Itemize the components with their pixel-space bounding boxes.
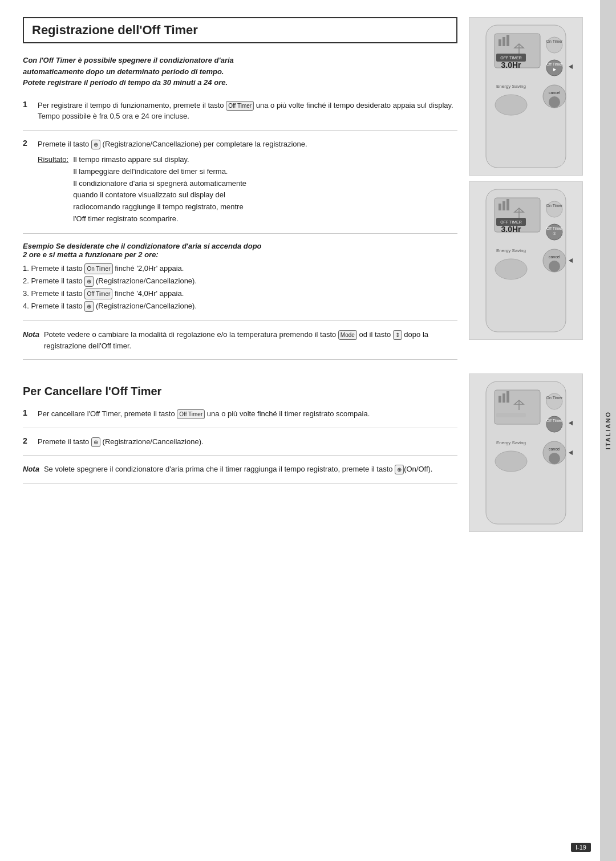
svg-text:①: ①: [553, 232, 556, 235]
svg-text:cancel: cancel: [549, 91, 561, 95]
right-sidebar: ITALIANO: [600, 0, 616, 861]
nota-block-1: Nota Potete vedere o cambiare la modalit…: [23, 329, 457, 360]
reg-cancel-btn-ref-2: ⊕: [84, 276, 94, 287]
example-item-1: 1. Premete il tasto On Timer finché '2,0…: [23, 262, 457, 275]
nota-block-2: Nota Se volete spegnere il condizionator…: [23, 464, 457, 484]
svg-text:OFF TIMER: OFF TIMER: [500, 220, 522, 224]
remote-svg-3: On Timer Off Timer Energy Saving cancel: [475, 379, 577, 527]
off-timer-btn-ref-3: Off Timer: [177, 409, 205, 419]
example-block: Esempio Se desiderate che il condizionat…: [23, 242, 457, 321]
svg-text:cancel: cancel: [549, 447, 561, 451]
cancel-step-2-content: Premete il tasto ⊕ (Registrazione/Cancel…: [38, 436, 457, 448]
step-2: 2 Premete il tasto ⊕ (Registrazione/Canc…: [23, 139, 457, 234]
remote-3: On Timer Off Timer Energy Saving cancel: [469, 373, 583, 532]
svg-point-20: [549, 96, 560, 108]
esempio-label: Esempio: [23, 242, 54, 250]
svg-rect-24: [502, 201, 505, 210]
svg-text:On Timer: On Timer: [546, 39, 563, 43]
nota-label-1: Nota: [23, 329, 39, 351]
nota-text-1: Potete vedere o cambiare la modalità di …: [44, 329, 457, 351]
svg-rect-3: [502, 37, 505, 46]
svg-text:Energy Saving: Energy Saving: [496, 248, 526, 253]
remote-svg-2: OFF TIMER 3.0Hr On Timer Off Timer ① Ene…: [475, 186, 577, 335]
cancel-step-1-content: Per cancellare l'Off Timer, premete il t…: [38, 408, 457, 420]
off-timer-btn-ref-2: Off Timer: [84, 289, 112, 299]
step-1: 1 Per registrare il tempo di funzionamen…: [23, 100, 457, 131]
example-item-3: 3. Premete il tasto Off Timer finché '4,…: [23, 287, 457, 300]
svg-rect-2: [499, 39, 501, 46]
svg-text:On Timer: On Timer: [546, 396, 563, 400]
svg-text:Off Timer: Off Timer: [546, 226, 563, 230]
svg-text:OFF TIMER: OFF TIMER: [500, 56, 522, 60]
svg-marker-41: [569, 258, 573, 263]
text-column-1: Registrazione dell'Off Timer Con l'Off T…: [23, 17, 457, 368]
image-column-2: On Timer Off Timer Energy Saving cancel: [469, 373, 583, 532]
result-label-1: Risultato:: [38, 154, 68, 225]
main-content: Registrazione dell'Off Timer Con l'Off T…: [0, 0, 600, 861]
temp-btn-ref: ⇕: [393, 330, 402, 340]
result-block-1: Risultato: Il tempo rimasto appare sul d…: [38, 154, 457, 225]
section1-title: Registrazione dell'Off Timer: [23, 17, 457, 43]
svg-rect-43: [495, 390, 540, 424]
mode-btn-ref: Mode: [338, 330, 357, 340]
image-column-1: OFF TIMER 3.0Hr On Timer Off Timer ▶ Ene…: [469, 17, 583, 368]
step-1-content: Per registrare il tempo di funzionamento…: [38, 100, 457, 122]
example-item-2: 2. Premete il tasto ⊕ (Registrazione/Can…: [23, 275, 457, 287]
svg-point-40: [549, 261, 560, 272]
svg-text:Off Timer: Off Timer: [546, 62, 563, 66]
remote-1: OFF TIMER 3.0Hr On Timer Off Timer ▶ Ene…: [469, 17, 583, 176]
on-timer-btn-ref: On Timer: [84, 263, 112, 274]
svg-point-59: [549, 453, 560, 464]
svg-text:Energy Saving: Energy Saving: [496, 440, 526, 445]
svg-text:On Timer: On Timer: [546, 204, 563, 208]
nota-label-2: Nota: [23, 464, 39, 475]
step-2-content: Premete il tasto ⊕ (Registrazione/Cancel…: [38, 139, 457, 225]
svg-rect-49: [496, 413, 526, 417]
svg-text:cancel: cancel: [549, 255, 561, 259]
svg-point-56: [495, 451, 527, 472]
cancel-step-1: 1 Per cancellare l'Off Timer, premete il…: [23, 408, 457, 428]
step-1-number: 1: [23, 100, 32, 122]
svg-text:3.0Hr: 3.0Hr: [501, 60, 521, 70]
intro-text: Con l'Off Timer è possibile spegnere il …: [23, 55, 457, 88]
page-number: I-19: [571, 843, 591, 852]
example-item-4: 4. Premete il tasto ⊕ (Registrazione/Can…: [23, 300, 457, 312]
section2-title: Per Cancellare l'Off Timer: [23, 385, 457, 400]
example-title: Esempio Se desiderate che il condizionat…: [23, 242, 457, 259]
step-2-number: 2: [23, 139, 32, 225]
svg-text:3.0Hr: 3.0Hr: [501, 225, 521, 234]
text-column-2: Per Cancellare l'Off Timer 1 Per cancell…: [23, 373, 457, 532]
remote-2: OFF TIMER 3.0Hr On Timer Off Timer ① Ene…: [469, 181, 583, 340]
svg-marker-54: [569, 421, 573, 425]
svg-marker-15: [569, 64, 573, 69]
onoff-btn-ref: ⊕: [395, 465, 404, 474]
svg-point-17: [495, 95, 527, 115]
svg-rect-44: [499, 396, 501, 403]
italiano-tab-label: ITALIANO: [605, 411, 611, 449]
svg-text:Energy Saving: Energy Saving: [496, 84, 526, 89]
cancel-step-2-number: 2: [23, 436, 32, 448]
remote-svg-1: OFF TIMER 3.0Hr On Timer Off Timer ▶ Ene…: [475, 22, 577, 170]
result-text-1: Il tempo rimasto appare sul display. Il …: [73, 154, 246, 225]
cancel-step-2: 2 Premete il tasto ⊕ (Registrazione/Canc…: [23, 436, 457, 456]
svg-rect-46: [506, 391, 509, 403]
svg-marker-60: [569, 450, 573, 455]
section2-layout: Per Cancellare l'Off Timer 1 Per cancell…: [23, 373, 583, 532]
svg-rect-45: [502, 393, 505, 403]
svg-point-37: [495, 259, 527, 279]
cancel-step-1-number: 1: [23, 408, 32, 420]
svg-rect-4: [506, 35, 509, 46]
svg-rect-23: [499, 204, 501, 210]
svg-rect-25: [506, 199, 509, 210]
reg-cancel-btn-ref-4: ⊕: [91, 437, 100, 447]
nota-text-2: Se volete spegnere il condizionatore d'a…: [44, 464, 433, 475]
reg-cancel-btn-ref-3: ⊕: [84, 301, 94, 312]
example-list: 1. Premete il tasto On Timer finché '2,0…: [23, 262, 457, 312]
section1-layout: Registrazione dell'Off Timer Con l'Off T…: [23, 17, 583, 368]
reg-cancel-btn-ref-1: ⊕: [91, 140, 100, 149]
svg-text:Off Timer: Off Timer: [546, 419, 563, 423]
off-timer-btn-ref-1: Off Timer: [226, 101, 254, 111]
